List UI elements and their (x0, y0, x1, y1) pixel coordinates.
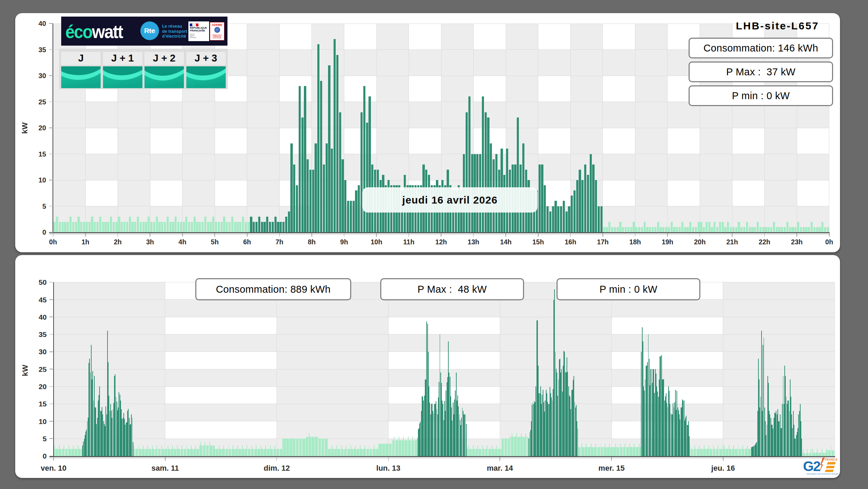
svg-text:FRANCE: FRANCE (825, 458, 838, 461)
svg-text:13h: 13h (468, 238, 479, 246)
svg-text:9h: 9h (340, 238, 348, 246)
svg-text:0: 0 (43, 452, 47, 460)
svg-text:16h: 16h (564, 238, 576, 246)
svg-text:35: 35 (38, 46, 46, 54)
svg-text:lun. 13: lun. 13 (376, 464, 401, 472)
svg-text:0h: 0h (49, 238, 57, 246)
svg-text:10: 10 (38, 176, 46, 184)
svg-text:ven. 10: ven. 10 (41, 464, 67, 472)
svg-text:21h: 21h (726, 238, 738, 246)
svg-text:7h: 7h (276, 238, 283, 246)
svg-text:15h: 15h (532, 238, 544, 246)
svg-text:25: 25 (39, 365, 47, 373)
svg-text:4h: 4h (178, 238, 186, 246)
svg-text:5: 5 (43, 435, 47, 443)
svg-text:2h: 2h (114, 238, 122, 246)
svg-text:dim. 12: dim. 12 (264, 464, 290, 472)
svg-text:25: 25 (38, 98, 46, 106)
svg-text:5h: 5h (211, 238, 219, 246)
svg-text:jeu. 16: jeu. 16 (711, 464, 735, 472)
svg-text:5: 5 (42, 203, 46, 210)
svg-text:10h: 10h (371, 238, 382, 246)
svg-text:1h: 1h (82, 238, 90, 246)
svg-text:14h: 14h (500, 238, 512, 246)
svg-text:15: 15 (38, 150, 46, 158)
svg-text:40: 40 (38, 20, 46, 27)
svg-text:8h: 8h (308, 238, 316, 246)
svg-text:0: 0 (42, 228, 46, 236)
svg-text:35: 35 (39, 330, 47, 338)
svg-text:sam. 11: sam. 11 (151, 464, 179, 472)
svg-text:19h: 19h (662, 238, 673, 246)
svg-text:6h: 6h (243, 238, 251, 246)
svg-text:30: 30 (38, 72, 46, 79)
svg-text:30: 30 (39, 348, 47, 356)
svg-text:3h: 3h (146, 238, 154, 246)
svg-text:50: 50 (39, 278, 47, 286)
svg-text:23h: 23h (791, 238, 803, 246)
svg-text:mer. 15: mer. 15 (598, 464, 625, 472)
svg-text:G2: G2 (803, 459, 820, 474)
svg-text:15: 15 (39, 400, 47, 408)
svg-text:20: 20 (39, 383, 47, 391)
svg-text:0h: 0h (825, 238, 833, 246)
svg-text:18h: 18h (629, 238, 641, 246)
svg-text:22h: 22h (759, 238, 771, 246)
svg-text:11h: 11h (403, 238, 414, 246)
svg-text:kW: kW (21, 365, 29, 376)
svg-text:17h: 17h (597, 238, 609, 246)
svg-text:kW: kW (20, 122, 29, 134)
svg-text:45: 45 (39, 296, 47, 304)
svg-text:20: 20 (38, 124, 46, 132)
svg-text:20h: 20h (694, 238, 706, 246)
svg-text:12h: 12h (435, 238, 447, 246)
svg-text:10: 10 (39, 417, 47, 425)
svg-text:Optimisation des ressources én: Optimisation des ressources énergétiques (806, 473, 838, 475)
svg-text:mar. 14: mar. 14 (487, 464, 513, 472)
svg-text:40: 40 (39, 313, 47, 321)
